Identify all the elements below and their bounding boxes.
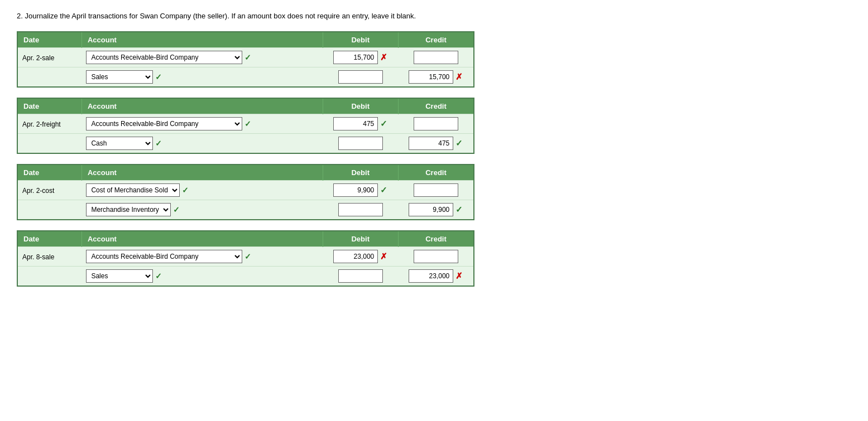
account-check-icon[interactable]: ✓ xyxy=(155,139,162,148)
debit-x-icon[interactable]: ✗ xyxy=(380,52,387,62)
journal-table-table4: DateAccountDebitCreditApr. 8-saleAccount… xyxy=(17,230,474,287)
date-label: Apr. 2-freight xyxy=(22,120,61,128)
column-header: Credit xyxy=(398,32,474,48)
column-header: Date xyxy=(17,231,81,247)
credit-input[interactable] xyxy=(409,269,453,283)
debit-cell xyxy=(323,267,398,287)
debit-cell xyxy=(323,200,398,220)
debit-input[interactable] xyxy=(333,250,378,263)
journal-table-table1: DateAccountDebitCreditApr. 2-saleAccount… xyxy=(17,31,474,88)
account-cell: Accounts Receivable-Bird Company✓ xyxy=(81,114,323,134)
date-cell xyxy=(17,267,81,287)
column-header: Date xyxy=(17,164,81,181)
debit-check-icon[interactable]: ✓ xyxy=(380,185,387,195)
debit-cell xyxy=(323,67,398,88)
account-cell: Merchandise Inventory✓ xyxy=(81,200,323,220)
credit-cell xyxy=(398,114,474,134)
table-row: Apr. 8-saleAccounts Receivable-Bird Comp… xyxy=(17,247,474,267)
credit-input[interactable] xyxy=(409,203,453,216)
account-cell: Accounts Receivable-Bird Company✓ xyxy=(81,48,323,67)
account-select[interactable]: Sales xyxy=(86,269,153,283)
debit-input[interactable] xyxy=(338,203,383,216)
date-cell xyxy=(17,200,81,220)
debit-input[interactable] xyxy=(333,183,378,197)
debit-cell xyxy=(323,134,398,154)
credit-x-icon[interactable]: ✗ xyxy=(455,72,463,82)
debit-input[interactable] xyxy=(338,70,383,84)
debit-cell: ✓ xyxy=(323,114,398,134)
journal-table-table2: DateAccountDebitCreditApr. 2-freightAcco… xyxy=(17,98,474,154)
account-select[interactable]: Accounts Receivable-Bird Company xyxy=(86,117,242,130)
debit-check-icon[interactable]: ✓ xyxy=(380,119,387,129)
debit-input[interactable] xyxy=(338,137,383,150)
debit-cell: ✗ xyxy=(323,48,398,67)
credit-cell: ✓ xyxy=(398,200,474,220)
date-label: Apr. 2-cost xyxy=(22,187,54,195)
debit-input[interactable] xyxy=(338,269,383,283)
table-row: Cash✓✓ xyxy=(17,134,474,154)
account-select[interactable]: Accounts Receivable-Bird Company xyxy=(86,250,242,263)
column-header: Account xyxy=(81,164,323,181)
date-cell: Apr. 8-sale xyxy=(17,247,81,267)
credit-input[interactable] xyxy=(414,250,458,263)
table-row: Sales✓✗ xyxy=(17,67,474,88)
credit-input[interactable] xyxy=(409,70,453,84)
account-check-icon[interactable]: ✓ xyxy=(155,72,162,81)
column-header: Account xyxy=(81,231,323,247)
credit-input[interactable] xyxy=(414,183,458,197)
account-select[interactable]: Sales xyxy=(86,70,153,84)
account-check-icon[interactable]: ✓ xyxy=(244,119,251,128)
credit-cell xyxy=(398,48,474,67)
account-cell: Sales✓ xyxy=(81,267,323,287)
table-row: Apr. 2-saleAccounts Receivable-Bird Comp… xyxy=(17,48,474,67)
account-select[interactable]: Merchandise Inventory xyxy=(86,203,171,216)
debit-cell: ✗ xyxy=(323,247,398,267)
debit-input[interactable] xyxy=(333,51,378,64)
account-check-icon[interactable]: ✓ xyxy=(155,272,162,280)
column-header: Account xyxy=(81,98,323,114)
table-row: Sales✓✗ xyxy=(17,267,474,287)
credit-x-icon[interactable]: ✗ xyxy=(455,271,463,281)
column-header: Credit xyxy=(398,164,474,181)
credit-input[interactable] xyxy=(414,117,458,130)
account-select[interactable]: Accounts Receivable-Bird Company xyxy=(86,51,242,64)
credit-input[interactable] xyxy=(409,137,453,150)
debit-x-icon[interactable]: ✗ xyxy=(380,251,387,262)
account-cell: Cash✓ xyxy=(81,134,323,154)
date-cell: Apr. 2-cost xyxy=(17,181,81,200)
account-check-icon[interactable]: ✓ xyxy=(244,53,251,62)
table-row: Apr. 2-freightAccounts Receivable-Bird C… xyxy=(17,114,474,134)
credit-input[interactable] xyxy=(414,51,458,64)
account-cell: Sales✓ xyxy=(81,67,323,88)
date-label: Apr. 2-sale xyxy=(22,54,54,62)
column-header: Credit xyxy=(398,231,474,247)
credit-cell: ✓ xyxy=(398,134,474,154)
credit-check-icon[interactable]: ✓ xyxy=(455,205,463,215)
account-cell: Cost of Merchandise Sold✓ xyxy=(81,181,323,200)
instruction-text: 2. Journalize the April transactions for… xyxy=(17,11,851,21)
column-header: Debit xyxy=(323,98,398,114)
account-check-icon[interactable]: ✓ xyxy=(182,186,189,195)
credit-cell: ✗ xyxy=(398,67,474,88)
column-header: Credit xyxy=(398,98,474,114)
table-row: Merchandise Inventory✓✓ xyxy=(17,200,474,220)
column-header: Debit xyxy=(323,32,398,48)
credit-check-icon[interactable]: ✓ xyxy=(455,138,463,148)
account-cell: Accounts Receivable-Bird Company✓ xyxy=(81,247,323,267)
account-select[interactable]: Cash xyxy=(86,137,153,150)
credit-cell: ✗ xyxy=(398,267,474,287)
column-header: Account xyxy=(81,32,323,48)
table-row: Apr. 2-costCost of Merchandise Sold✓✓ xyxy=(17,181,474,200)
column-header: Debit xyxy=(323,164,398,181)
column-header: Date xyxy=(17,32,81,48)
credit-cell xyxy=(398,181,474,200)
credit-cell xyxy=(398,247,474,267)
debit-input[interactable] xyxy=(333,117,378,130)
account-check-icon[interactable]: ✓ xyxy=(244,252,251,261)
journal-table-table3: DateAccountDebitCreditApr. 2-costCost of… xyxy=(17,164,474,220)
account-select[interactable]: Cost of Merchandise Sold xyxy=(86,183,180,197)
date-cell xyxy=(17,67,81,88)
date-cell xyxy=(17,134,81,154)
account-check-icon[interactable]: ✓ xyxy=(173,205,180,214)
debit-cell: ✓ xyxy=(323,181,398,200)
